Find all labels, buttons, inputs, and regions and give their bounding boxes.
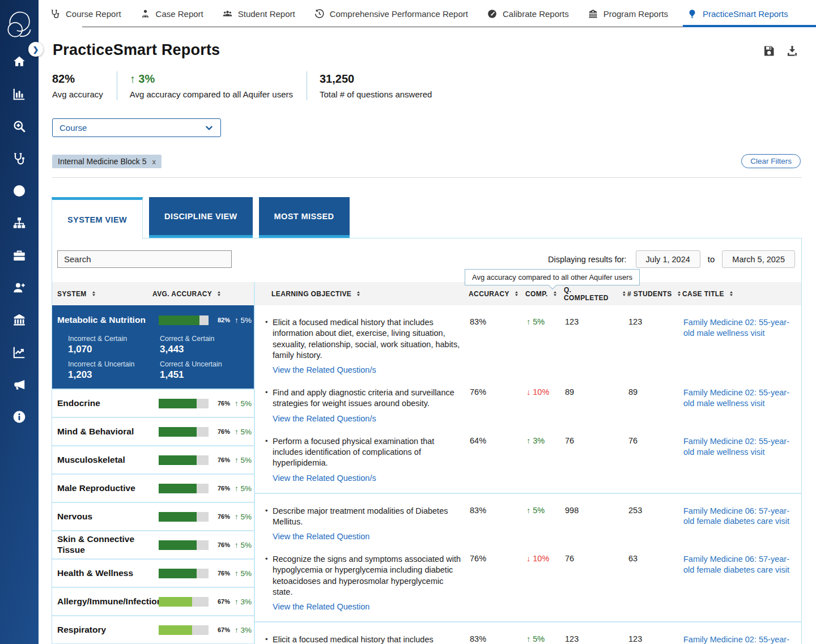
system-name: Endocrine xyxy=(57,398,155,409)
system-row-mind-behavioral[interactable]: Mind & Behavioral76%↑ 5% xyxy=(52,418,254,446)
detail-label: Incorrect & Uncertain xyxy=(68,360,160,368)
stat-label: Avg accuracy xyxy=(52,89,103,99)
tab-label: SYSTEM VIEW xyxy=(67,215,127,224)
case-title-link[interactable]: Family Medicine 02: 55-year-old male wel… xyxy=(683,635,789,644)
comparison-cell: ↑ 5% xyxy=(526,506,565,542)
megaphone-icon[interactable] xyxy=(12,377,27,392)
system-list: Metabolic & Nutrition82%↑ 5%Incorrect & … xyxy=(52,305,254,644)
aquifer-logo-icon xyxy=(2,8,37,43)
case-title-link[interactable]: Family Medicine 06: 57-year-old female d… xyxy=(683,555,789,574)
search-plus-icon[interactable] xyxy=(12,119,27,134)
case-title-link[interactable]: Family Medicine 02: 55-year-old male wel… xyxy=(683,388,789,408)
system-row-health-wellness[interactable]: Health & Wellness76%↑ 5% xyxy=(52,560,254,588)
column-header-avg-accuracy[interactable]: Avg. Accuracy xyxy=(152,290,254,298)
questions-completed-cell: 76 xyxy=(565,436,628,483)
objective-row: •Find and apply diagnostic criteria and … xyxy=(255,381,801,430)
column-header-students[interactable]: # Students xyxy=(627,290,682,298)
view-related-question-link[interactable]: View the Related Question xyxy=(273,602,369,611)
system-row-skin-connective-tissue[interactable]: Skin & Connective Tissue76%↑ 5% xyxy=(52,531,254,560)
students-cell: 63 xyxy=(628,554,683,612)
nav-divider xyxy=(82,27,683,27)
course-filter-select[interactable]: Course xyxy=(52,118,221,137)
date-range-label: Displaying results for: xyxy=(548,255,627,264)
column-header-case-title[interactable]: Case Title xyxy=(682,290,801,298)
view-related-question-link[interactable]: View the Related Question/s xyxy=(273,414,376,423)
tab-most-missed[interactable]: MOST MISSED xyxy=(259,197,350,238)
save-icon[interactable] xyxy=(762,44,776,58)
gauge-icon[interactable] xyxy=(12,184,27,198)
system-row-musculoskeletal[interactable]: Musculoskeletal76%↑ 5% xyxy=(52,446,254,475)
nav-item-case-report[interactable]: Case Report xyxy=(140,8,203,19)
comparison-value: ↑ 3% xyxy=(235,626,254,634)
comparison-cell: ↓ 10% xyxy=(526,554,565,612)
tab-label: MOST MISSED xyxy=(274,212,334,221)
case-title-link[interactable]: Family Medicine 02: 55-year-old male wel… xyxy=(683,318,789,338)
column-header-accuracy[interactable]: Accuracy xyxy=(469,290,525,298)
course-select-label: Course xyxy=(60,123,87,133)
nav-item-label: Student Report xyxy=(238,9,295,19)
nav-item-course-report[interactable]: Course Report xyxy=(50,8,121,19)
system-row-allergy-immune-infection[interactable]: Allergy/Immune/Infection67%↑ 3% xyxy=(52,588,254,616)
comparison-value: ↑ 5% xyxy=(235,569,254,578)
person-add-icon[interactable] xyxy=(12,280,27,295)
pane-divider xyxy=(254,282,255,644)
system-row-respiratory[interactable]: Respiratory67%↑ 3% xyxy=(52,616,254,644)
system-row-metabolic-nutrition[interactable]: Metabolic & Nutrition82%↑ 5%Incorrect & … xyxy=(52,305,254,390)
accuracy-value: 82% xyxy=(212,317,231,323)
nav-item-label: Comprehensive Performance Report xyxy=(330,9,468,19)
comparison-cell: ↑ 5% xyxy=(526,317,565,375)
report-panel: Displaying results for: July 1, 2024 to … xyxy=(52,238,802,644)
tab-discipline-view[interactable]: DISCIPLINE VIEW xyxy=(149,197,252,238)
title-actions xyxy=(762,44,799,58)
home-icon[interactable] xyxy=(12,54,27,69)
bullet-icon: • xyxy=(265,506,273,542)
detail-value: 3,443 xyxy=(160,344,254,355)
top-nav: Course ReportCase ReportStudent ReportCo… xyxy=(39,0,816,27)
column-header-label: Learning Objective xyxy=(271,290,351,298)
summary-stat-total-of-questions-answered: 31,250Total # of questions answered xyxy=(320,71,445,100)
summary-stat-avg-accuracy: 82%Avg accuracy xyxy=(52,71,117,100)
sort-icon xyxy=(513,290,520,297)
nav-item-calibrate-reports[interactable]: Calibrate Reports xyxy=(487,8,569,19)
case-title-link[interactable]: Family Medicine 02: 55-year-old male wel… xyxy=(683,437,789,457)
stethoscope-icon[interactable] xyxy=(12,151,27,166)
view-related-question-link[interactable]: View the Related Question xyxy=(273,532,369,541)
date-from-button[interactable]: July 1, 2024 xyxy=(636,250,700,268)
case-title-link[interactable]: Family Medicine 06: 57-year-old female d… xyxy=(683,506,789,526)
nav-item-program-reports[interactable]: Program Reports xyxy=(588,8,668,19)
trend-chart-icon[interactable] xyxy=(12,345,27,360)
bar-chart-icon[interactable] xyxy=(12,87,27,101)
institution-icon[interactable] xyxy=(12,313,27,327)
system-row-male-reproductive[interactable]: Male Reproductive76%↑ 5% xyxy=(52,475,254,503)
tab-system-view[interactable]: SYSTEM VIEW xyxy=(52,197,143,239)
view-related-question-link[interactable]: View the Related Question/s xyxy=(273,365,376,374)
column-header-comp[interactable]: Comp. xyxy=(525,290,564,298)
filter-chip-remove[interactable]: x xyxy=(152,157,156,166)
comparison-cell: ↓ 10% xyxy=(526,387,565,424)
column-header-learning-objective[interactable]: Learning Objective xyxy=(254,290,469,298)
briefcase-icon[interactable] xyxy=(12,248,27,263)
system-row-endocrine[interactable]: Endocrine76%↑ 5% xyxy=(52,390,254,418)
table-body: Metabolic & Nutrition82%↑ 5%Incorrect & … xyxy=(52,305,801,644)
column-header-q-completed[interactable]: Q. Completed xyxy=(564,286,627,302)
clear-filters-button[interactable]: Clear Filters xyxy=(741,154,801,168)
column-header-system[interactable]: System xyxy=(57,290,152,298)
nav-item-student-report[interactable]: Student Report xyxy=(222,8,295,19)
sidebar-expand-button[interactable]: ❯ xyxy=(28,42,43,57)
column-header-label: Case Title xyxy=(682,290,724,298)
search-input[interactable] xyxy=(57,250,232,268)
system-row-summary: Male Reproductive76%↑ 5% xyxy=(52,475,254,502)
date-to-button[interactable]: March 5, 2025 xyxy=(722,250,795,268)
info-icon[interactable] xyxy=(12,410,27,424)
system-row-nervous[interactable]: Nervous76%↑ 5% xyxy=(52,503,254,531)
objective-row: •Elicit a focused medical history that i… xyxy=(255,628,801,644)
sitemap-icon[interactable] xyxy=(12,216,27,231)
view-related-question-link[interactable]: View the Related Question/s xyxy=(273,474,376,483)
nav-item-comprehensive-performance-report[interactable]: Comprehensive Performance Report xyxy=(314,8,468,19)
accuracy-value: 67% xyxy=(212,598,231,605)
download-icon[interactable] xyxy=(785,44,799,58)
comparison-value: ↑ 3% xyxy=(235,598,254,606)
detail-incorrect-uncertain: Incorrect & Uncertain1,203 xyxy=(68,360,160,381)
objective-cell: •Elicit a focused medical history that i… xyxy=(255,317,470,375)
nav-item-practicesmart-reports[interactable]: PracticeSmart Reports xyxy=(687,8,788,19)
